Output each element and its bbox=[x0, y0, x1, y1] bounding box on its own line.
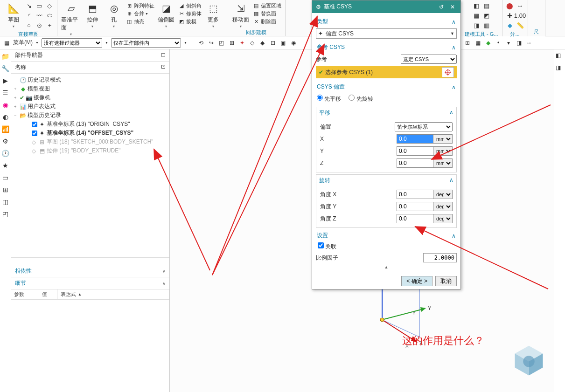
extrude-button[interactable]: ⬒拉伸▼ bbox=[83, 2, 102, 28]
move-icon: ⇲ bbox=[234, 2, 247, 15]
shell-button[interactable]: ◫抽壳 bbox=[126, 18, 154, 25]
settings-section[interactable]: 设置∧ bbox=[316, 230, 457, 241]
datum-csys-dialog: ⚙ 基准 CSYS ↺ ✕ 类型∧ ✦ 偏置 CSYS ▼ 参考 CSYS∧ 参… bbox=[312, 0, 461, 289]
type-section[interactable]: 类型∧ bbox=[316, 16, 457, 28]
col-name[interactable]: 名称 bbox=[15, 63, 26, 71]
annotation-text: 这的作用是什么？ bbox=[402, 334, 484, 348]
rx-input[interactable] bbox=[397, 190, 433, 199]
col-toggle[interactable]: ⊡ bbox=[161, 63, 166, 71]
edge-blend-button[interactable]: ◪偏倒圆▼ bbox=[156, 2, 176, 28]
ribbon-group-dim: 尺 bbox=[528, 0, 545, 36]
tree-user-expr[interactable]: +📊用户表达式 bbox=[12, 102, 168, 111]
tree-sketch[interactable]: ◇⊞草图 (18) "SKETCH_000:BODY_SKETCH" bbox=[12, 138, 168, 146]
menu-button[interactable]: 菜单(M) bbox=[13, 39, 33, 47]
z-unit[interactable]: mm bbox=[433, 158, 453, 168]
tree-model-history[interactable]: −📂模型历史记录 bbox=[12, 111, 168, 120]
draft-button[interactable]: ◩拔模 bbox=[178, 18, 202, 25]
ref-type-select[interactable]: 选定 CSYS bbox=[401, 55, 457, 64]
hole-button[interactable]: ◎孔▼ bbox=[104, 2, 124, 28]
type-dropdown[interactable]: ✦ 偏置 CSYS ▼ bbox=[316, 28, 457, 39]
ribbon-group-sync: ⇲移动面▼ ▤偏置区域 ▦替换面 ✕删除面 同步建模 bbox=[227, 0, 286, 36]
sketch-label: 草图 bbox=[8, 16, 19, 24]
offset-region-button[interactable]: ▤偏置区域 bbox=[252, 2, 281, 9]
tree-csys-offset[interactable]: ✦基准坐标系 (14) "OFFSET_CSYS" bbox=[12, 129, 168, 138]
tree-camera[interactable]: +✔📷摄像机 bbox=[12, 93, 168, 102]
sketch-icon: 📐 bbox=[7, 2, 20, 15]
unite-button[interactable]: ⊕合并▼ bbox=[126, 10, 154, 17]
expand-toggle[interactable]: ▲ bbox=[316, 264, 457, 270]
dependency-section[interactable]: 相依性∨ bbox=[11, 265, 169, 277]
circle-icon[interactable]: ○ bbox=[25, 21, 33, 29]
more-button[interactable]: ⬚更多▼ bbox=[203, 2, 223, 28]
scope-filter[interactable]: 仅在工作部件内 bbox=[111, 38, 181, 48]
sketch-button[interactable]: 📐 草图 ▼ bbox=[4, 2, 23, 28]
cancel-button[interactable]: 取消 bbox=[435, 276, 457, 286]
part-navigator: 部件导航器◻ 名称⊡ 🕐历史记录模式 +◆模型视图 +✔📷摄像机 +📊用户表达式… bbox=[11, 49, 170, 392]
ref-csys-section[interactable]: 参考 CSYS∧ bbox=[316, 41, 457, 53]
navigator-title: 部件导航器 bbox=[15, 51, 43, 59]
replace-face-button[interactable]: ▦替换面 bbox=[252, 10, 281, 17]
spline-icon[interactable]: 〰 bbox=[35, 12, 43, 19]
pattern-button[interactable]: ⊞阵列特征 bbox=[126, 2, 154, 9]
x-input[interactable] bbox=[397, 134, 433, 144]
translate-header[interactable]: 平移∧ bbox=[316, 107, 456, 119]
ok-button[interactable]: < 确定 > bbox=[401, 276, 432, 286]
undock-icon[interactable]: ◻ bbox=[161, 51, 166, 59]
svg-text:Y: Y bbox=[412, 311, 416, 316]
tree-csys-origin[interactable]: ✦基准坐标系 (13) "ORIGIN_CSYS" bbox=[12, 120, 168, 129]
y-unit[interactable]: mm bbox=[433, 146, 453, 156]
tree-extrude[interactable]: ◇⬒拉伸 (19) "BODY_EXTRUDE" bbox=[12, 146, 168, 155]
offset-kind-select[interactable]: 笛卡尔坐标系 bbox=[395, 122, 453, 131]
ribbon-group-analyze: ⬤✚ ◆↔ 1.00📏 分... bbox=[502, 0, 528, 36]
chamfer-button[interactable]: ◢倒斜角 bbox=[178, 2, 202, 9]
tree-hscroll[interactable] bbox=[11, 258, 169, 265]
rz-input[interactable] bbox=[397, 214, 433, 223]
specify-csys-button[interactable] bbox=[442, 67, 454, 77]
close-icon[interactable]: ✕ bbox=[448, 4, 457, 10]
poly-icon[interactable]: ◇ bbox=[46, 2, 53, 9]
plus-icon[interactable]: ＋ bbox=[46, 21, 53, 29]
csys-offset-section[interactable]: CSYS 偏置∧ bbox=[316, 81, 457, 93]
detail-table: 参数 值 表达式▲ bbox=[11, 289, 169, 392]
selection-filter[interactable]: 没有选择过滤器 bbox=[42, 38, 102, 48]
translate-first-radio[interactable]: 先平移 bbox=[317, 95, 341, 103]
move-face-button[interactable]: ⇲移动面▼ bbox=[231, 2, 251, 28]
ribbon-group-sketch: 📐 草图 ▼ ↘ ◜ ○ ▭ 〰 ⊙ ◇ ⬭ ＋ 直接草图 bbox=[0, 0, 57, 36]
scale-input[interactable] bbox=[423, 253, 457, 262]
group-label-sync: 同步建模 bbox=[246, 28, 266, 37]
rotate-first-radio[interactable]: 先旋转 bbox=[349, 95, 373, 103]
nx-icon[interactable]: ▦ bbox=[3, 39, 10, 47]
dialog-title: 基准 CSYS bbox=[324, 3, 352, 11]
workspace: 📁 🔧 ▶ ☰ ◉ ◐ 📶 ⚙ 🕐 ★ ▭ ⊞ ◫ ◰ 部件导航器◻ 名称⊡ 🕐… bbox=[0, 49, 565, 392]
more-icon: ⬚ bbox=[207, 2, 220, 15]
ellipse-icon[interactable]: ⬭ bbox=[46, 12, 53, 19]
detail-section[interactable]: 细节∧ bbox=[11, 277, 169, 289]
trim-button[interactable]: ✂修剪体 bbox=[178, 10, 202, 17]
reset-icon[interactable]: ↺ bbox=[437, 4, 446, 10]
point-icon[interactable]: ⊙ bbox=[35, 21, 43, 29]
arc-icon[interactable]: ◜ bbox=[25, 12, 33, 19]
line-icon[interactable]: ↘ bbox=[25, 2, 33, 9]
ry-unit[interactable]: deg bbox=[433, 202, 453, 211]
csys-offset-icon: ✦ bbox=[318, 30, 326, 37]
rz-unit[interactable]: deg bbox=[433, 214, 453, 223]
dialog-titlebar[interactable]: ⚙ 基准 CSYS ↺ ✕ bbox=[312, 0, 460, 13]
assoc-checkbox[interactable]: 关联 bbox=[318, 243, 336, 250]
nav-tab[interactable]: 📁 bbox=[1, 52, 10, 61]
select-ref-row[interactable]: ✔ 选择参考 CSYS (1) bbox=[316, 66, 457, 78]
x-unit[interactable]: mm bbox=[433, 134, 453, 144]
datum-plane-button[interactable]: ▱基准平面▼ bbox=[61, 2, 81, 36]
rx-unit[interactable]: deg bbox=[433, 190, 453, 199]
y-input[interactable] bbox=[397, 146, 433, 156]
tree-history-mode[interactable]: 🕐历史记录模式 bbox=[12, 76, 168, 84]
extrude-icon: ⬒ bbox=[86, 2, 99, 15]
delete-face-button[interactable]: ✕删除面 bbox=[252, 18, 281, 25]
rect-icon[interactable]: ▭ bbox=[35, 2, 43, 9]
rotate-header[interactable]: 旋转∧ bbox=[316, 175, 456, 186]
svg-point-19 bbox=[523, 356, 534, 367]
offset-kind-label: 偏置 bbox=[320, 123, 395, 131]
z-input[interactable] bbox=[397, 158, 433, 168]
tree-model-view[interactable]: +◆模型视图 bbox=[12, 84, 168, 93]
ry-input[interactable] bbox=[397, 202, 433, 211]
ribbon-group-feature: ▱基准平面▼ ⬒拉伸▼ ◎孔▼ ⊞阵列特征 ⊕合并▼ ◫抽壳 ◪偏倒圆▼ ◢倒斜… bbox=[57, 0, 227, 36]
